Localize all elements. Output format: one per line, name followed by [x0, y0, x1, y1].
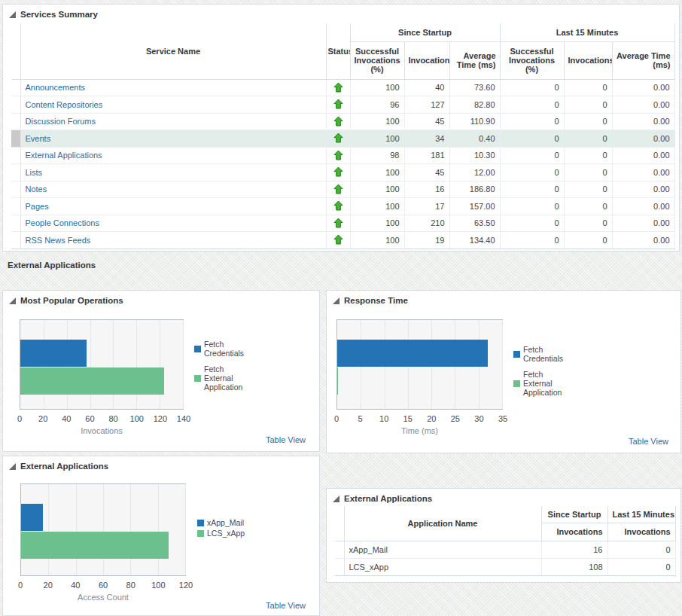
- status-cell: [326, 164, 350, 181]
- ss-successful-invocations-value: 100: [350, 215, 404, 232]
- table-row[interactable]: People Connections 100 210 63.50 0 0 0.0…: [11, 215, 674, 232]
- ss-average-time-value: 186.80: [449, 181, 500, 198]
- l15-invocations-value: 0: [564, 113, 612, 130]
- most-popular-operations-title: Most Popular Operations: [20, 296, 123, 305]
- l15-average-time-value: 0.00: [612, 113, 674, 130]
- legend-item: LCS_xApp: [197, 529, 245, 538]
- column-header-l15-average-time[interactable]: Average Time (ms): [612, 41, 674, 79]
- ss-successful-invocations-value: 100: [350, 113, 404, 130]
- status-cell: [326, 147, 350, 164]
- l15-invocations-value: 0: [564, 96, 612, 114]
- group-header-since-startup: Since Startup: [350, 23, 500, 41]
- legend-label: LCS_xApp: [207, 529, 245, 538]
- service-name-link[interactable]: Lists: [26, 168, 43, 177]
- column-header-service-name[interactable]: Service Name: [20, 23, 326, 79]
- table-view-link[interactable]: Table View: [266, 435, 306, 444]
- table-row[interactable]: Events 100 34 0.40 0 0 0.00: [11, 130, 674, 148]
- most-popular-operations-panel: Most Popular Operations 0204060801001201…: [2, 290, 320, 452]
- table-row[interactable]: xApp_Mail 16 0: [335, 541, 675, 558]
- ss-average-time-value: 110.90: [449, 113, 500, 130]
- response-time-title: Response Time: [344, 296, 408, 305]
- service-name-link[interactable]: Announcements: [26, 83, 86, 92]
- service-name-link[interactable]: People Connections: [26, 218, 99, 227]
- gridline: [130, 484, 131, 575]
- row-selector-cell[interactable]: [11, 130, 20, 148]
- legend-swatch: [197, 530, 204, 537]
- l15-successful-invocations-value: 0: [500, 113, 564, 130]
- bar-chart-plot-area: [20, 319, 184, 410]
- table-row[interactable]: Discussion Forums 100 45 110.90 0 0 0.00: [11, 113, 674, 130]
- row-selector-cell[interactable]: [11, 198, 20, 215]
- table-row[interactable]: Lists 100 45 12.00 0 0 0.00: [11, 164, 674, 181]
- x-tick-label: 35: [498, 414, 507, 423]
- column-header-ss-average-time[interactable]: Average Time (ms): [449, 41, 500, 79]
- row-selector-cell[interactable]: [11, 113, 20, 130]
- column-header-since-invocations[interactable]: Invocations: [541, 523, 607, 541]
- ss-average-time-value: 82.80: [449, 96, 500, 114]
- legend-swatch: [513, 380, 520, 387]
- column-header-ss-successful-invocations[interactable]: Successful Invocations (%): [350, 41, 404, 79]
- external-applications-table: Application Name Since Startup Last 15 M…: [335, 506, 680, 576]
- ss-invocations-value: 181: [404, 147, 449, 164]
- collapse-triangle-icon[interactable]: [333, 496, 339, 502]
- services-table: Service Name Status Since Startup Last 1…: [11, 23, 676, 249]
- column-header-l15-invocations[interactable]: Invocations: [564, 41, 612, 79]
- table-row[interactable]: Notes 100 16 186.80 0 0 0.00: [11, 181, 674, 198]
- service-name-link[interactable]: Pages: [26, 202, 49, 211]
- table-row[interactable]: Pages 100 17 157.00 0 0 0.00: [11, 198, 674, 215]
- table-row[interactable]: Content Repositories 96 127 82.80 0 0 0.…: [11, 96, 674, 114]
- x-tick-label: 10: [379, 414, 388, 423]
- column-header-l15-successful-invocations[interactable]: Successful Invocations (%): [500, 41, 564, 79]
- bar-fetch-external-application: [337, 367, 338, 395]
- row-selector-cell[interactable]: [11, 181, 20, 198]
- l15-average-time-value: 0.00: [612, 215, 674, 232]
- column-header-ss-invocations[interactable]: Invocations: [404, 41, 449, 79]
- row-selector-cell[interactable]: [335, 558, 344, 575]
- service-name-link[interactable]: RSS News Feeds: [26, 236, 91, 245]
- services-summary-header: Services Summary: [3, 5, 679, 22]
- collapse-triangle-icon[interactable]: [9, 463, 16, 470]
- service-name-link[interactable]: Discussion Forums: [26, 117, 96, 126]
- collapse-triangle-icon[interactable]: [9, 297, 16, 304]
- x-axis-title: Access Count: [20, 593, 186, 602]
- x-tick-label: 40: [62, 414, 71, 423]
- service-name-link[interactable]: Notes: [26, 184, 47, 194]
- external-applications-chart-title: External Applications: [20, 462, 108, 471]
- table-row[interactable]: RSS News Feeds 100 19 134.40 0 0 0.00: [11, 232, 674, 249]
- x-tick-label: 60: [85, 414, 94, 423]
- l15-average-time-value: 0.00: [612, 130, 674, 148]
- row-selector-cell[interactable]: [11, 232, 20, 249]
- row-selector-cell[interactable]: [335, 541, 344, 558]
- x-tick-label: 30: [474, 414, 483, 423]
- service-name-link[interactable]: Content Repositories: [26, 100, 103, 109]
- table-view-link[interactable]: Table View: [629, 437, 668, 446]
- l15-average-time-value: 0.00: [612, 181, 674, 198]
- column-header-application-name[interactable]: Application Name: [344, 506, 541, 541]
- column-header-l15-invocations[interactable]: Invocations: [607, 523, 675, 541]
- x-tick-label: 80: [108, 414, 117, 423]
- service-name-link[interactable]: External Applications: [26, 151, 102, 160]
- ss-successful-invocations-value: 98: [350, 147, 404, 164]
- column-header-status[interactable]: Status: [326, 23, 350, 79]
- row-selector-cell[interactable]: [11, 215, 20, 232]
- table-row[interactable]: LCS_xApp 108 0: [335, 558, 675, 575]
- x-tick-label: 25: [451, 414, 460, 423]
- external-applications-table-panel: External Applications Application Name S…: [326, 488, 681, 583]
- collapse-triangle-icon[interactable]: [333, 297, 339, 304]
- status-up-arrow-icon: [333, 82, 343, 93]
- row-selector-cell[interactable]: [11, 96, 20, 114]
- legend-swatch: [197, 520, 204, 526]
- table-row[interactable]: External Applications 98 181 10.30 0 0 0…: [11, 147, 674, 164]
- service-name-link[interactable]: Events: [26, 134, 51, 143]
- gridline: [90, 320, 91, 409]
- status-cell: [326, 198, 350, 215]
- collapse-triangle-icon[interactable]: [9, 11, 16, 18]
- row-selector-cell[interactable]: [11, 79, 20, 96]
- table-view-link[interactable]: Table View: [266, 601, 306, 610]
- l15-invocations-value: 0: [564, 130, 612, 148]
- row-selector-cell[interactable]: [11, 147, 20, 164]
- row-selector-cell[interactable]: [11, 164, 20, 181]
- x-axis-title: Invocations: [20, 426, 184, 435]
- table-row[interactable]: Announcements 100 40 73.60 0 0 0.00: [11, 79, 674, 96]
- l15-invocations-value: 0: [564, 181, 612, 198]
